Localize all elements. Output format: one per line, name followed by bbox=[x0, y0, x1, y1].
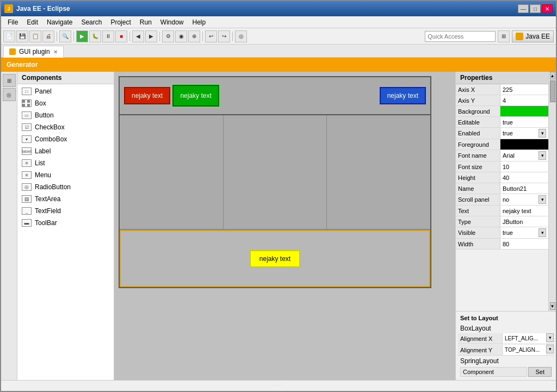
component-set-row: Component Set bbox=[458, 366, 554, 378]
tab-icon bbox=[9, 48, 16, 55]
prop-value-width: 80 bbox=[500, 239, 548, 249]
alignx-dropdown[interactable]: ▾ bbox=[546, 333, 554, 342]
list-label: List bbox=[35, 159, 45, 167]
tab-close-button[interactable]: ✕ bbox=[53, 49, 58, 55]
aligny-dropdown[interactable]: ▾ bbox=[546, 345, 554, 353]
tb-sep5 bbox=[202, 32, 203, 41]
menu-project[interactable]: Project bbox=[106, 17, 135, 27]
canvas-button-red[interactable]: nejaky text bbox=[124, 87, 170, 104]
toolbar-perspectives[interactable]: ⊞ bbox=[498, 30, 510, 42]
component-menu[interactable]: ≡ Menu bbox=[17, 169, 114, 181]
menu-edit[interactable]: Edit bbox=[22, 17, 42, 27]
canvas-col-3 bbox=[327, 115, 430, 229]
scrollbar-thumb[interactable] bbox=[550, 80, 555, 102]
toolbar-more2[interactable]: ◉ bbox=[175, 30, 187, 42]
toolbar-more6[interactable]: ◎ bbox=[235, 30, 247, 42]
prop-row-visible: Visible true ▾ bbox=[456, 227, 548, 239]
aligny-text: TOP_ALIGN... bbox=[505, 347, 540, 353]
textfield-icon: _ bbox=[22, 207, 32, 215]
menu-window[interactable]: Window bbox=[156, 17, 188, 27]
component-combobox[interactable]: ▾ ComboBox bbox=[17, 133, 114, 145]
toolbar-more5[interactable]: ↪ bbox=[218, 30, 230, 42]
toolbar-save[interactable]: 💾 bbox=[16, 30, 28, 42]
toolbar-more1[interactable]: ⚙ bbox=[162, 30, 174, 42]
sidebar-btn-2[interactable]: ◎ bbox=[3, 88, 16, 101]
component-label[interactable]: label Label bbox=[17, 145, 114, 157]
prop-label-background: Background bbox=[456, 106, 500, 116]
scrollpanel-dropdown[interactable]: ▾ bbox=[539, 195, 546, 204]
toolbar-more3[interactable]: ⊕ bbox=[188, 30, 200, 42]
prop-label-axisy: Axis Y bbox=[456, 95, 500, 105]
red-btn-text: nejaky text bbox=[132, 92, 163, 99]
toolbar-run[interactable]: ▶ bbox=[76, 30, 88, 42]
title-bar: J Java EE - Eclipse — □ ✕ bbox=[1, 1, 556, 16]
springlayout-row: SpringLayout bbox=[458, 356, 554, 366]
prop-row-type: Type JButton bbox=[456, 216, 548, 227]
enabled-dropdown[interactable]: ▾ bbox=[539, 129, 546, 138]
toolbar-next[interactable]: ▶ bbox=[145, 30, 157, 42]
properties-scrollbar[interactable]: ▲ ▼ bbox=[548, 72, 556, 311]
checkbox-label: CheckBox bbox=[35, 123, 65, 131]
prop-label-text: Text bbox=[456, 206, 500, 216]
prop-label-type: Type bbox=[456, 216, 500, 227]
menu-label: Menu bbox=[35, 171, 51, 179]
green-btn-text: nejaky text bbox=[180, 92, 211, 99]
quick-access-input[interactable] bbox=[425, 31, 496, 42]
toolbar-print[interactable]: 🖨 bbox=[42, 30, 54, 42]
prop-value-fontname: Arial ▾ bbox=[500, 150, 548, 161]
component-textfield[interactable]: _ TextField bbox=[17, 205, 114, 217]
minimize-button[interactable]: — bbox=[518, 4, 529, 13]
toolbar-search[interactable]: 🔍 bbox=[59, 30, 71, 42]
tab-gui-plugin[interactable]: GUI plugin ✕ bbox=[3, 46, 64, 58]
components-panel: Components □ Panel Box bbox=[17, 72, 114, 380]
canvas-button-blue[interactable]: nejaky text bbox=[380, 87, 426, 104]
window-title: Java EE - Eclipse bbox=[16, 5, 70, 13]
toolbar-more4[interactable]: ↩ bbox=[205, 30, 217, 42]
combobox-icon: ▾ bbox=[22, 135, 32, 143]
component-panel[interactable]: □ Panel bbox=[17, 85, 114, 97]
prop-value-height: 40 bbox=[500, 172, 548, 183]
set-button[interactable]: Set bbox=[528, 367, 552, 377]
component-checkbox[interactable]: ☑ CheckBox bbox=[17, 121, 114, 133]
toolbar-saveas[interactable]: 📋 bbox=[29, 30, 41, 42]
visible-dropdown[interactable]: ▾ bbox=[539, 228, 546, 237]
fontname-dropdown[interactable]: ▾ bbox=[539, 151, 546, 160]
toolbar-prev[interactable]: ◀ bbox=[132, 30, 144, 42]
component-list[interactable]: ≡ List bbox=[17, 157, 114, 169]
canvas-button-green[interactable]: nejaky text bbox=[172, 85, 219, 107]
toolbar-new[interactable]: 📄 bbox=[3, 30, 15, 42]
component-button[interactable]: ▭ Button bbox=[17, 109, 114, 121]
menu-run[interactable]: Run bbox=[135, 17, 156, 27]
textarea-icon: ▤ bbox=[22, 195, 32, 203]
component-textarea[interactable]: ▤ TextArea bbox=[17, 193, 114, 205]
sidebar-btn-1[interactable]: ⊞ bbox=[3, 74, 16, 87]
prop-label-axisx: Axis X bbox=[456, 84, 500, 95]
component-input[interactable]: Component bbox=[460, 367, 527, 377]
menu-file[interactable]: File bbox=[3, 17, 22, 27]
component-box[interactable]: Box bbox=[17, 97, 114, 109]
component-radiobutton[interactable]: ◎ RadioButton bbox=[17, 181, 114, 193]
toolbar-debug[interactable]: 🐛 bbox=[89, 30, 101, 42]
maximize-button[interactable]: □ bbox=[530, 4, 541, 13]
textfield-label: TextField bbox=[35, 207, 61, 215]
box-label: Box bbox=[35, 99, 46, 107]
components-header: Components bbox=[17, 72, 114, 84]
prop-value-foreground[interactable] bbox=[500, 139, 548, 150]
component-toolbar[interactable]: ▬ ToolBar bbox=[17, 217, 114, 229]
window-controls: — □ ✕ bbox=[518, 4, 553, 13]
toolbar-pause[interactable]: ⏸ bbox=[102, 30, 114, 42]
prop-value-background[interactable] bbox=[500, 106, 548, 116]
menu-help[interactable]: Help bbox=[188, 17, 211, 27]
java-ee-icon bbox=[516, 33, 523, 40]
radiobutton-label: RadioButton bbox=[35, 183, 71, 191]
canvas-button-yellow[interactable]: nejaky text bbox=[250, 250, 300, 267]
java-ee-button[interactable]: Java EE bbox=[512, 30, 554, 42]
close-button[interactable]: ✕ bbox=[542, 4, 553, 13]
title-bar-left: J Java EE - Eclipse bbox=[4, 4, 70, 13]
prop-label-editable: Editable bbox=[456, 117, 500, 127]
menu-navigate[interactable]: Navigate bbox=[42, 17, 77, 27]
canvas-middle-section bbox=[120, 115, 430, 230]
fontname-text: Arial bbox=[503, 152, 539, 159]
menu-search[interactable]: Search bbox=[77, 17, 106, 27]
toolbar-stop[interactable]: ■ bbox=[115, 30, 127, 42]
